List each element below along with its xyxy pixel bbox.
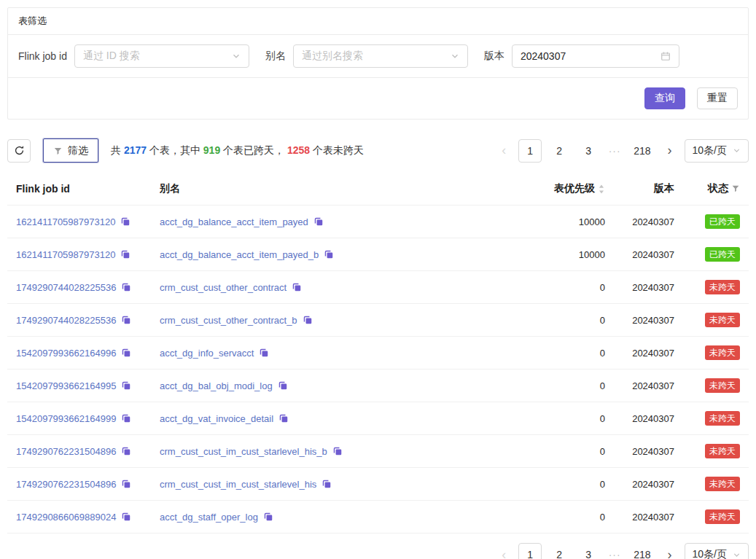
flink-job-id-link[interactable]: 1542097993662164995: [16, 380, 116, 391]
copy-icon[interactable]: [121, 512, 131, 522]
summary-total-count: 2177: [124, 144, 147, 156]
page-jump-ellipsis[interactable]: ···: [606, 145, 623, 157]
flink-job-id-link[interactable]: 1749290762231504896: [16, 446, 116, 457]
filter-panel-title: 表筛选: [8, 8, 748, 35]
refresh-icon: [14, 145, 25, 156]
column-header-priority[interactable]: 表优先级: [496, 182, 605, 195]
page-button-last[interactable]: 218: [629, 139, 655, 163]
flink-job-id-link[interactable]: 1749290744028225536: [16, 315, 116, 326]
priority-cell: 0: [496, 413, 605, 424]
copy-icon[interactable]: [332, 446, 343, 456]
copy-icon[interactable]: [278, 380, 288, 391]
reset-button[interactable]: 重置: [697, 87, 738, 109]
version-date-input[interactable]: 20240307: [512, 44, 679, 68]
next-page-button[interactable]: ›: [661, 543, 679, 559]
page-size-select[interactable]: 10条/页: [685, 139, 749, 163]
table-row: 1749290762231504896 crm_cust_cust_im_cus…: [7, 468, 749, 501]
page-size-value: 10条/页: [693, 548, 727, 559]
status-badge: 未跨天: [705, 345, 740, 360]
page-button-1[interactable]: 1: [518, 543, 542, 559]
copy-icon[interactable]: [121, 315, 131, 325]
alias-link[interactable]: acct_dg_balance_acct_item_payed_b: [160, 249, 319, 260]
query-button[interactable]: 查询: [644, 87, 685, 109]
alias-link[interactable]: acct_dg_info_servacct: [160, 348, 254, 359]
table-row: 1542097993662164999 acct_dg_vat_invoice_…: [7, 402, 749, 435]
column-header-status: 状态: [674, 182, 740, 195]
alias-link[interactable]: acct_dg_balance_acct_item_payed: [160, 216, 308, 227]
summary-text: 共 2177 个表，其中 919 个表已跨天， 1258 个表未跨天: [111, 144, 364, 157]
flink-job-id-link[interactable]: 1542097993662164999: [16, 413, 116, 424]
page-jump-ellipsis[interactable]: ···: [606, 549, 623, 559]
priority-cell: 0: [496, 446, 605, 457]
table-row: 1621411705987973120 acct_dg_balance_acct…: [7, 238, 749, 271]
alias-select[interactable]: 通过别名搜索: [293, 44, 468, 68]
page-button-3[interactable]: 3: [577, 139, 600, 163]
flink-job-id-label: Flink job id: [18, 50, 67, 62]
copy-icon[interactable]: [313, 216, 324, 227]
status-badge: 未跨天: [705, 477, 740, 491]
priority-cell: 0: [496, 282, 605, 293]
copy-icon[interactable]: [292, 282, 302, 292]
column-filter-icon[interactable]: [731, 184, 740, 193]
version-cell: 20240307: [605, 413, 674, 424]
copy-icon[interactable]: [303, 315, 313, 325]
copy-icon[interactable]: [120, 249, 130, 259]
page-button-3[interactable]: 3: [577, 543, 600, 559]
flink-job-id-link[interactable]: 1749290866069889024: [16, 512, 116, 523]
sorter-icon[interactable]: [598, 184, 605, 195]
chevron-down-icon: [232, 52, 241, 60]
page-button-1[interactable]: 1: [518, 139, 542, 163]
refresh-button[interactable]: [7, 139, 31, 163]
copy-icon[interactable]: [121, 282, 131, 292]
alias-link[interactable]: acct_dg_vat_invoice_detail: [160, 413, 273, 424]
alias-link[interactable]: acct_dg_staff_oper_log: [160, 512, 258, 523]
copy-icon[interactable]: [278, 413, 289, 423]
flink-job-id-link[interactable]: 1749290744028225536: [16, 282, 116, 293]
table-row: 1621411705987973120 acct_dg_balance_acct…: [7, 206, 749, 238]
copy-icon[interactable]: [324, 249, 334, 259]
flink-job-id-link[interactable]: 1749290762231504896: [16, 479, 116, 490]
status-badge: 未跨天: [705, 313, 740, 327]
prev-page-button[interactable]: ‹: [495, 139, 513, 163]
alias-link[interactable]: acct_dg_bal_obj_modi_log: [160, 380, 273, 391]
prev-page-button[interactable]: ‹: [495, 543, 513, 559]
page-size-select[interactable]: 10条/页: [685, 543, 749, 559]
status-badge: 未跨天: [705, 444, 740, 458]
status-badge: 未跨天: [705, 378, 740, 393]
copy-icon[interactable]: [263, 512, 273, 522]
flink-job-id-link[interactable]: 1542097993662164996: [16, 348, 116, 359]
copy-icon[interactable]: [120, 216, 130, 227]
next-page-button[interactable]: ›: [661, 139, 679, 163]
table-row: 1749290762231504896 crm_cust_cust_im_cus…: [7, 435, 749, 468]
priority-cell: 0: [496, 315, 605, 326]
chevron-down-icon: [733, 551, 741, 559]
copy-icon[interactable]: [121, 446, 131, 456]
copy-icon[interactable]: [121, 380, 131, 391]
flink-job-id-link[interactable]: 1621411705987973120: [16, 249, 115, 260]
alias-link[interactable]: crm_cust_cust_other_contract_b: [160, 315, 297, 326]
copy-icon[interactable]: [322, 479, 332, 489]
priority-cell: 10000: [496, 249, 605, 260]
table-row: 1542097993662164996 acct_dg_info_servacc…: [7, 337, 749, 370]
copy-icon[interactable]: [121, 413, 131, 423]
alias-link[interactable]: crm_cust_cust_im_cust_starlevel_his_b: [160, 446, 327, 457]
alias-link[interactable]: crm_cust_cust_im_cust_starlevel_his: [160, 479, 316, 490]
version-cell: 20240307: [605, 446, 674, 457]
page-button-2[interactable]: 2: [547, 543, 571, 559]
flink-job-id-link[interactable]: 1621411705987973120: [16, 216, 115, 227]
summary-not-crossed-count: 1258: [287, 144, 310, 156]
filter-fields-row: Flink job id 通过 ID 搜索 别名 通过别名搜索 版本 20240…: [8, 35, 748, 78]
page-button-last[interactable]: 218: [629, 543, 655, 559]
filter-toggle-button[interactable]: 筛选: [43, 138, 98, 163]
copy-icon[interactable]: [259, 348, 269, 358]
flink-job-id-select[interactable]: 通过 ID 搜索: [74, 44, 249, 68]
page-button-2[interactable]: 2: [547, 139, 571, 163]
page-size-value: 10条/页: [693, 144, 727, 157]
flink-job-id-placeholder: 通过 ID 搜索: [83, 50, 140, 63]
page: 表筛选 Flink job id 通过 ID 搜索 别名 通过别名搜索 版本 2…: [0, 0, 756, 559]
copy-icon[interactable]: [121, 348, 131, 358]
copy-icon[interactable]: [121, 479, 131, 489]
pagination-top: ‹ 1 2 3 ··· 218 › 10条/页: [495, 139, 749, 163]
alias-link[interactable]: crm_cust_cust_other_contract: [160, 282, 287, 293]
alias-placeholder: 通过别名搜索: [302, 50, 363, 63]
